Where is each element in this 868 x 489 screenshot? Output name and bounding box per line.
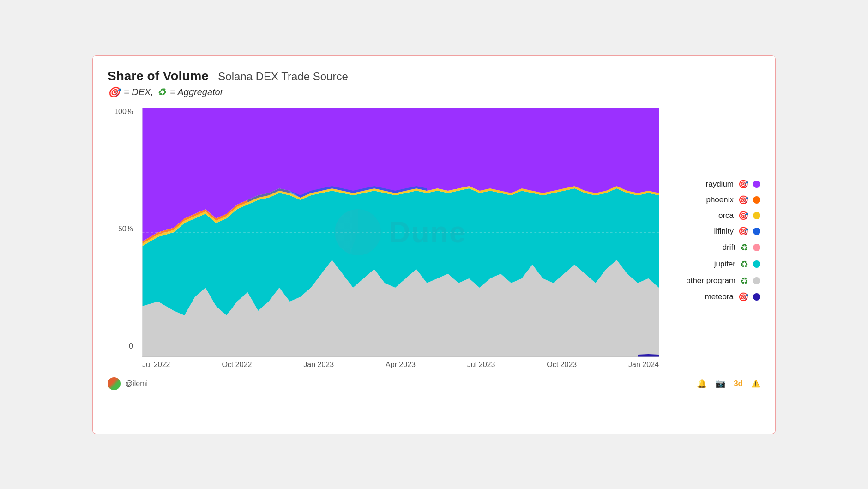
legend-item-lifinity: lifinity 🎯 bbox=[668, 226, 760, 236]
aggregator-icon: ♻ bbox=[157, 86, 166, 98]
other-program-icon: ♻ bbox=[740, 275, 748, 286]
raydium-label: raydium bbox=[706, 180, 734, 189]
y-label-0: 0 bbox=[129, 342, 133, 350]
orca-icon: 🎯 bbox=[738, 211, 748, 221]
user-avatar bbox=[108, 377, 121, 390]
lifinity-dot bbox=[753, 228, 760, 235]
legend-item-raydium: raydium 🎯 bbox=[668, 179, 760, 189]
chart-title: Share of Volume bbox=[108, 69, 209, 83]
main-card: Share of Volume Solana DEX Trade Source … bbox=[92, 55, 776, 434]
y-label-100: 100% bbox=[114, 108, 133, 116]
legend-item-orca: orca 🎯 bbox=[668, 211, 760, 221]
username: @ilemi bbox=[125, 380, 148, 388]
other-program-label: other program bbox=[686, 276, 735, 285]
x-label-oct2023: Oct 2023 bbox=[547, 361, 577, 369]
orca-dot bbox=[753, 212, 760, 219]
header-row: Share of Volume Solana DEX Trade Source bbox=[108, 69, 760, 84]
x-label-jul2022: Jul 2022 bbox=[142, 361, 170, 369]
chart-legend: raydium 🎯 phoenix 🎯 orca 🎯 lifinity 🎯 dr bbox=[668, 108, 760, 369]
lifinity-label: lifinity bbox=[714, 227, 734, 236]
x-label-apr2023: Apr 2023 bbox=[386, 361, 416, 369]
chart-subtitle: Solana DEX Trade Source bbox=[218, 70, 348, 83]
footer-left: @ilemi bbox=[108, 377, 148, 390]
phoenix-dot bbox=[753, 196, 760, 204]
orca-label: orca bbox=[718, 211, 734, 220]
icon-legend-row: 🎯 = DEX, ♻ = Aggregator bbox=[108, 86, 760, 98]
y-axis: 100% 50% 0 bbox=[108, 108, 133, 369]
meteora-dot bbox=[753, 293, 760, 301]
raydium-dot bbox=[753, 181, 760, 188]
footer-right: 🔔 📷 3d ⚠️ bbox=[697, 379, 760, 389]
svg-container: Dune bbox=[142, 108, 659, 357]
aggregator-label: = Aggregator bbox=[170, 87, 223, 97]
legend-item-phoenix: phoenix 🎯 bbox=[668, 195, 760, 205]
legend-item-jupiter: jupiter ♻ bbox=[668, 259, 760, 270]
timeframe-badge[interactable]: 3d bbox=[734, 379, 743, 388]
phoenix-icon: 🎯 bbox=[738, 195, 748, 205]
lifinity-icon: 🎯 bbox=[738, 226, 748, 236]
legend-item-drift: drift ♻ bbox=[668, 242, 760, 253]
other-program-dot bbox=[753, 277, 760, 284]
legend-item-other-program: other program ♻ bbox=[668, 275, 760, 286]
x-axis: Jul 2022 Oct 2022 Jan 2023 Apr 2023 Jul … bbox=[142, 357, 659, 369]
drift-icon: ♻ bbox=[740, 242, 748, 253]
chart-main: Dune bbox=[142, 108, 659, 369]
footer: @ilemi 🔔 📷 3d ⚠️ bbox=[108, 377, 760, 390]
chart-area: 100% 50% 0 Dune bbox=[108, 108, 760, 369]
meteora-icon: 🎯 bbox=[738, 292, 748, 302]
drift-label: drift bbox=[723, 243, 735, 252]
y-label-50: 50% bbox=[118, 225, 133, 233]
area-chart-svg bbox=[142, 108, 659, 357]
jupiter-icon: ♻ bbox=[740, 259, 748, 270]
drift-dot bbox=[753, 244, 760, 251]
x-label-oct2022: Oct 2022 bbox=[222, 361, 252, 369]
jupiter-dot bbox=[753, 260, 760, 268]
dex-label: = DEX, bbox=[124, 87, 153, 97]
x-label-jan2024: Jan 2024 bbox=[628, 361, 659, 369]
bell-icon[interactable]: 🔔 bbox=[697, 379, 707, 389]
jupiter-label: jupiter bbox=[714, 260, 735, 269]
raydium-icon: 🎯 bbox=[738, 179, 748, 189]
meteora-label: meteora bbox=[705, 292, 734, 302]
x-label-jul2023: Jul 2023 bbox=[467, 361, 495, 369]
warning-icon: ⚠️ bbox=[751, 379, 760, 388]
dex-icon: 🎯 bbox=[108, 86, 120, 98]
legend-item-meteora: meteora 🎯 bbox=[668, 292, 760, 302]
phoenix-label: phoenix bbox=[706, 195, 734, 205]
x-label-jan2023: Jan 2023 bbox=[303, 361, 334, 369]
camera-icon[interactable]: 📷 bbox=[715, 379, 725, 389]
